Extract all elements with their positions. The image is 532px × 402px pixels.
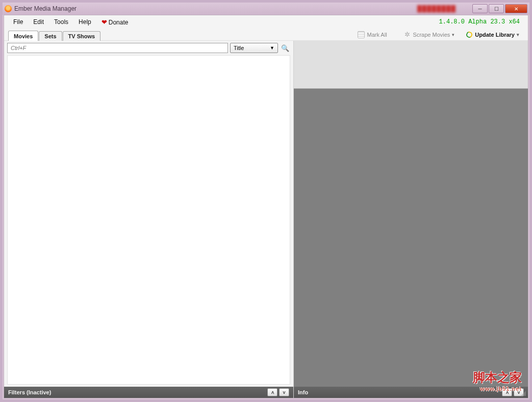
- maximize-button[interactable]: ☐: [489, 4, 504, 13]
- window-frame: Ember Media Manager ████████ ─ ☐ ✕ File …: [0, 0, 532, 402]
- refresh-icon: [466, 31, 473, 38]
- menu-help[interactable]: Help: [73, 16, 96, 28]
- menu-tools[interactable]: Tools: [49, 16, 73, 28]
- tab-movies[interactable]: Movies: [8, 31, 38, 41]
- menu-donate-label: Donate: [109, 19, 129, 26]
- search-field-select[interactable]: Title ▼: [230, 43, 278, 53]
- titlebar[interactable]: Ember Media Manager ████████ ─ ☐ ✕: [3, 3, 529, 15]
- scrape-movies-button[interactable]: ✲ Scrape Movies ▾: [399, 30, 460, 40]
- version-label: 1.4.8.0 Alpha 23.3 x64: [439, 18, 524, 26]
- menu-edit[interactable]: Edit: [28, 16, 49, 28]
- search-input[interactable]: [7, 43, 228, 53]
- titlebar-obscured-text: ████████: [417, 5, 456, 12]
- filters-bar[interactable]: Filters (Inactive) ʌ v: [4, 387, 293, 398]
- search-row: Title ▼ 🔍: [4, 41, 293, 55]
- movie-list[interactable]: [7, 55, 290, 385]
- gear-icon: ✲: [404, 31, 411, 38]
- resize-grip[interactable]: [520, 390, 526, 396]
- right-pane: Info ʌ v: [294, 41, 528, 398]
- tabs: Movies Sets TV Shows: [8, 29, 101, 40]
- window-title: Ember Media Manager: [14, 5, 77, 12]
- mark-all-label: Mark All: [367, 32, 387, 38]
- tab-sets[interactable]: Sets: [39, 31, 62, 41]
- chevron-down-icon: ▼: [270, 45, 274, 51]
- app-body: File Edit Tools Help ❤Donate 1.4.8.0 Alp…: [4, 15, 528, 398]
- info-collapse-button[interactable]: ʌ: [502, 388, 512, 396]
- info-bar[interactable]: Info ʌ v: [294, 387, 528, 398]
- scrape-movies-label: Scrape Movies: [413, 32, 450, 38]
- chevron-down-icon: ▾: [452, 32, 454, 37]
- window-controls: ─ ☐ ✕: [471, 4, 527, 13]
- search-icon: 🔍: [281, 44, 289, 52]
- detail-header: [294, 41, 528, 89]
- minimize-button[interactable]: ─: [472, 4, 488, 13]
- toolbar-row: Movies Sets TV Shows Mark All ✲ Scrape M…: [4, 29, 528, 41]
- app-icon: [5, 5, 12, 12]
- info-label: Info: [298, 389, 308, 395]
- main-split: Title ▼ 🔍 Filters (Inactive) ʌ v: [4, 41, 528, 398]
- left-pane: Title ▼ 🔍 Filters (Inactive) ʌ v: [4, 41, 294, 398]
- tab-tvshows[interactable]: TV Shows: [63, 31, 101, 41]
- search-field-value: Title: [234, 45, 244, 51]
- menu-donate[interactable]: ❤Donate: [96, 16, 134, 28]
- search-go-button[interactable]: 🔍: [280, 43, 290, 53]
- close-button[interactable]: ✕: [505, 4, 527, 13]
- heart-icon: ❤: [102, 18, 107, 26]
- menu-file[interactable]: File: [8, 16, 28, 28]
- detail-body: [294, 89, 528, 387]
- chevron-down-icon: ▾: [517, 32, 519, 37]
- filters-collapse-button[interactable]: ʌ: [267, 388, 277, 396]
- update-library-button[interactable]: Update Library ▾: [461, 30, 524, 40]
- menubar: File Edit Tools Help ❤Donate 1.4.8.0 Alp…: [4, 15, 528, 29]
- mark-all-button[interactable]: Mark All: [353, 30, 391, 40]
- filters-label: Filters (Inactive): [8, 389, 51, 395]
- filters-expand-button[interactable]: v: [279, 388, 289, 396]
- list-icon: [358, 31, 365, 38]
- update-library-label: Update Library: [475, 32, 515, 38]
